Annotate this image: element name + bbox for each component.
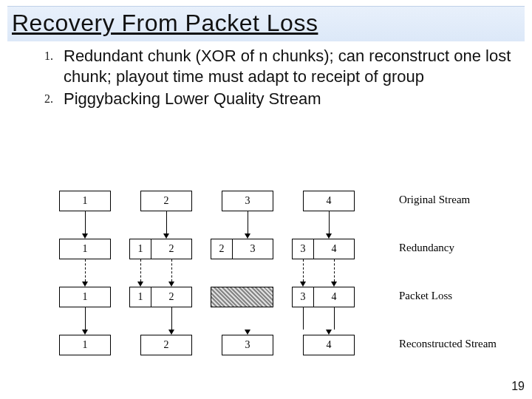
list-text: Piggybacking Lower Quality Stream: [64, 89, 517, 109]
redundant-box: 2: [211, 239, 233, 259]
diagram-row-reconstructed: 1 2 3 4 Reconstructed Stream: [59, 321, 502, 369]
packet-box: 2: [140, 191, 192, 211]
packet-diagram: 1 2 3 4 Original Stream 1 1 2 2 3 3 4 Re…: [59, 177, 502, 369]
packet-box: 2: [140, 335, 192, 355]
bullet-list: 1. Redundant chunk (XOR of n chunks); ca…: [44, 46, 517, 109]
diagram-row-redundancy: 1 1 2 2 3 3 4 Redundancy: [59, 225, 502, 273]
list-number: 1.: [44, 46, 64, 66]
redundant-box: 3: [292, 239, 314, 259]
slide-title: Recovery From Packet Loss: [12, 10, 318, 36]
packet-box: 3: [232, 239, 273, 259]
packet-box: 1: [59, 239, 111, 259]
lost-packet-box: [211, 287, 273, 307]
list-number: 2.: [44, 89, 64, 109]
slide-title-bar: Recovery From Packet Loss: [7, 6, 525, 41]
page-number: 19: [511, 380, 525, 393]
diagram-row-packet-loss: 1 1 2 3 4 Packet Loss: [59, 273, 502, 321]
row-label: Redundancy: [399, 242, 454, 254]
diagram-row-original: 1 2 3 4 Original Stream: [59, 177, 502, 225]
packet-box: 4: [313, 287, 355, 307]
packet-box: 4: [313, 239, 355, 259]
packet-box: 4: [303, 335, 355, 355]
packet-box: 2: [151, 239, 192, 259]
redundant-box: 3: [292, 287, 314, 307]
packet-box: 4: [303, 191, 355, 211]
row-label: Original Stream: [399, 194, 470, 206]
list-item: 2. Piggybacking Lower Quality Stream: [44, 89, 517, 109]
row-label: Reconstructed Stream: [399, 338, 497, 350]
packet-box: 1: [59, 287, 111, 307]
list-text: Redundant chunk (XOR of n chunks); can r…: [64, 46, 517, 87]
redundant-box: 1: [129, 287, 151, 307]
list-item: 1. Redundant chunk (XOR of n chunks); ca…: [44, 46, 517, 87]
packet-box: 2: [151, 287, 192, 307]
packet-box: 3: [222, 191, 273, 211]
packet-box: 3: [222, 335, 273, 355]
packet-box: 1: [59, 191, 111, 211]
redundant-box: 1: [129, 239, 151, 259]
row-label: Packet Loss: [399, 290, 452, 302]
packet-box: 1: [59, 335, 111, 355]
